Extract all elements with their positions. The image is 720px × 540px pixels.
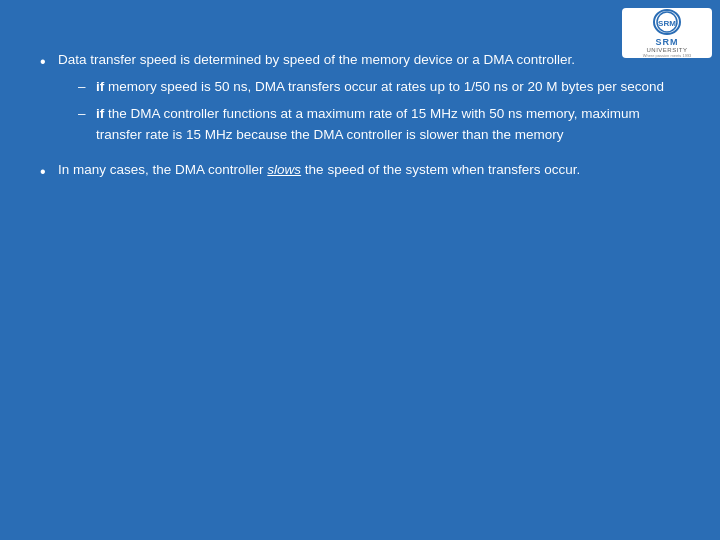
srm-logo: SRM SRM UNIVERSITY Where passion meets 1…	[622, 8, 712, 58]
bullet-item-2: • In many cases, the DMA controller slow…	[40, 160, 680, 183]
logo-tagline-text: Where passion meets 1993	[643, 53, 692, 58]
bullet-item-1: • Data transfer speed is determined by s…	[40, 50, 680, 146]
sub-text-1a: if memory speed is 50 ns, DMA transfers …	[96, 77, 680, 98]
logo-emblem-icon: SRM	[656, 11, 678, 33]
sub-dash-1b: –	[78, 104, 96, 125]
bullet-dot-1: •	[40, 51, 58, 73]
sub1a-body: memory speed is 50 ns, DMA transfers occ…	[104, 79, 664, 94]
sub1a-prefix: if	[96, 79, 104, 94]
sub1b-body: the DMA controller functions at a maximu…	[96, 106, 640, 142]
slide-container: SRM SRM UNIVERSITY Where passion meets 1…	[0, 0, 720, 540]
logo-circle: SRM	[653, 9, 681, 35]
svg-text:SRM: SRM	[658, 19, 676, 28]
content-area: • Data transfer speed is determined by s…	[40, 50, 680, 183]
bullet-dot-2: •	[40, 161, 58, 183]
bullet-text-1: Data transfer speed is determined by spe…	[58, 50, 680, 146]
bullet2-text-after: the speed of the system when transfers o…	[301, 162, 580, 177]
bullet-text-2: In many cases, the DMA controller slows …	[58, 160, 680, 181]
bullet2-italic-text: slows	[267, 162, 301, 177]
bullet1-main-text: Data transfer speed is determined by spe…	[58, 52, 575, 67]
bullet2-text-before: In many cases, the DMA controller	[58, 162, 267, 177]
sub-dash-1a: –	[78, 77, 96, 98]
sub-bullet-1a: – if memory speed is 50 ns, DMA transfer…	[78, 77, 680, 98]
sub-bullet-1b: – if the DMA controller functions at a m…	[78, 104, 680, 146]
sub1b-prefix: if	[96, 106, 104, 121]
sub-text-1b: if the DMA controller functions at a max…	[96, 104, 680, 146]
logo-srm-text: SRM	[656, 37, 679, 47]
